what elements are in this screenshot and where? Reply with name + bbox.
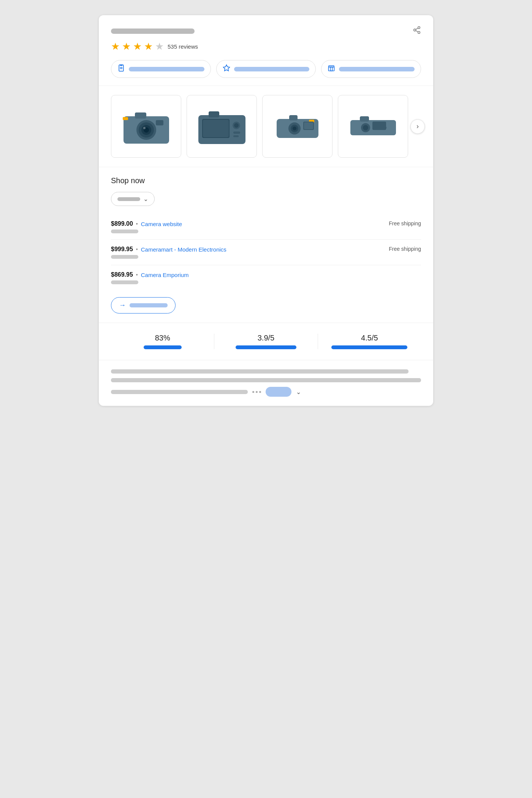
footer-dot-1 [252,391,254,393]
listing-1-left: $899.00 • Camera website [111,220,182,227]
star-3: ★ [133,41,142,52]
stat-item-3: 4.5/5 [318,334,421,349]
store-label-placeholder [339,67,415,71]
header-section: ★ ★ ★ ★ ★ 535 reviews [99,15,433,86]
footer-line-2 [111,378,421,382]
listing-3-store[interactable]: Camera Emporium [141,272,189,278]
svg-point-20 [143,127,146,129]
rating-row: ★ ★ ★ ★ ★ 535 reviews [111,41,421,52]
svg-rect-15 [123,117,128,120]
listing-3-sub [111,280,138,284]
listing-3-left: $869.95 • Camera Emporium [111,271,189,278]
image-scroll-row: › [111,95,421,158]
listing-1-dot: • [136,221,138,227]
stat-item-2: 3.9/5 [214,334,318,349]
image-thumb-1[interactable] [111,95,181,158]
listing-2-dot: • [136,246,138,252]
star-1: ★ [111,41,120,52]
listing-2-store[interactable]: Cameramart - Modern Electronics [141,246,226,253]
footer-section: ⌄ [99,360,433,406]
stat-bar-1 [144,345,182,349]
listing-2-sub [111,255,138,259]
reviews-label-placeholder [129,67,204,71]
star-2: ★ [122,41,131,52]
svg-rect-11 [331,67,332,71]
svg-rect-14 [135,112,146,119]
see-more-label-placeholder [130,303,168,307]
review-count: 535 reviews [168,43,198,50]
svg-rect-29 [233,135,239,137]
chevron-down-icon: ⌄ [143,195,148,203]
svg-rect-28 [233,131,240,134]
save-label-placeholder [234,67,310,71]
shop-title: Shop now [111,176,421,185]
listing-2-price: $999.95 [111,246,133,253]
listing-1-row: $899.00 • Camera website Free shipping [111,220,421,227]
svg-rect-39 [360,116,369,122]
svg-rect-5 [119,65,124,71]
listing-1-store[interactable]: Camera website [141,221,182,227]
svg-rect-21 [156,120,163,125]
svg-rect-23 [209,111,219,117]
stat-value-1: 83% [155,334,170,342]
footer-dot-2 [256,391,258,393]
listing-1-price: $899.00 [111,220,133,227]
footer-dot-3 [259,391,261,393]
product-title-placeholder [111,28,195,34]
footer-last-row: ⌄ [111,387,421,397]
listing-3: $869.95 • Camera Emporium [111,265,421,290]
see-more-button[interactable]: → [111,297,176,314]
filter-dropdown[interactable]: ⌄ [111,192,155,206]
shop-section: Shop now ⌄ $899.00 • Camera website Free… [99,167,433,323]
svg-point-27 [234,123,239,128]
title-bar [111,26,421,36]
svg-rect-6 [120,65,123,66]
filter-label-placeholder [117,197,140,201]
listing-2-row: $999.95 • Cameramart - Modern Electronic… [111,246,421,253]
listing-1-shipping: Free shipping [389,220,421,226]
images-section: › [99,86,433,167]
store-button[interactable] [321,60,421,78]
stat-value-3: 4.5/5 [361,334,378,342]
svg-rect-10 [329,67,334,71]
svg-line-3 [416,30,418,32]
image-thumb-4[interactable] [338,95,408,158]
svg-point-41 [363,125,368,130]
arrow-right-icon: → [119,301,126,309]
footer-expand-pill[interactable] [266,387,291,397]
stat-bar-2 [236,345,296,349]
listing-2: $999.95 • Cameramart - Modern Electronic… [111,240,421,265]
footer-line-3 [111,390,248,394]
svg-rect-31 [289,115,298,120]
next-arrow-button[interactable]: › [410,119,425,134]
stat-value-2: 3.9/5 [258,334,274,342]
star-5: ★ [155,41,164,52]
star-icon [223,64,230,74]
svg-rect-43 [372,122,386,130]
listing-1-sub [111,230,138,233]
image-thumb-2[interactable] [187,95,257,158]
listing-2-left: $999.95 • Cameramart - Modern Electronic… [111,246,226,253]
svg-point-35 [293,127,296,130]
listing-3-price: $869.95 [111,271,133,278]
footer-line-1 [111,369,408,374]
save-button[interactable] [216,60,316,78]
stats-section: 83% 3.9/5 4.5/5 [99,323,433,360]
listing-3-row: $869.95 • Camera Emporium [111,271,421,278]
svg-rect-37 [304,122,313,129]
stat-item-1: 83% [111,334,214,349]
image-thumb-3[interactable] [262,95,332,158]
footer-dots [252,391,261,393]
star-4: ★ [144,41,153,52]
listing-1: $899.00 • Camera website Free shipping [111,214,421,240]
share-icon[interactable] [413,26,421,36]
reviews-button[interactable] [111,60,211,78]
action-buttons-row [111,60,421,78]
svg-line-4 [416,28,418,30]
footer-chevron-down-icon: ⌄ [296,388,301,396]
listing-2-shipping: Free shipping [389,246,421,252]
listing-3-dot: • [136,272,138,278]
product-card: ★ ★ ★ ★ ★ 535 reviews [99,15,433,406]
svg-marker-9 [223,65,230,71]
clipboard-icon [117,64,125,74]
